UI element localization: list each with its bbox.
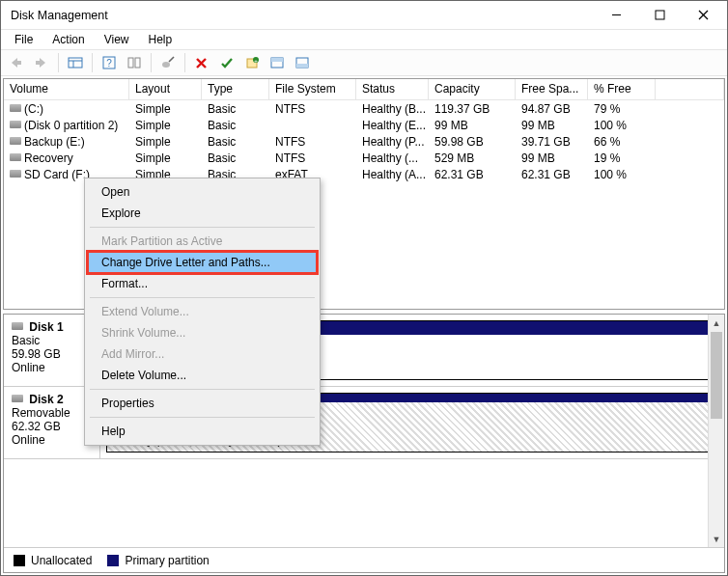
close-button[interactable]: [682, 2, 725, 29]
svg-rect-13: [128, 58, 133, 68]
svg-line-16: [169, 57, 174, 62]
svg-rect-5: [17, 61, 21, 65]
volume-icon: [10, 104, 21, 112]
volume-name: SD Card (F:): [24, 168, 90, 181]
svg-rect-23: [271, 58, 283, 62]
toolbar: ? +: [1, 49, 727, 76]
scroll-down-icon[interactable]: ▼: [709, 531, 724, 547]
help-button[interactable]: ?: [98, 51, 121, 74]
cell-capacity: 99 MB: [429, 119, 516, 132]
cell-status: Healthy (A...: [356, 168, 429, 181]
volume-row[interactable]: Backup (E:) Simple Basic NTFS Healthy (P…: [4, 133, 724, 150]
col-volume[interactable]: Volume: [4, 79, 129, 99]
separator: [184, 53, 185, 72]
volume-name: (C:): [24, 102, 43, 116]
disk-name: Disk 2: [29, 393, 63, 406]
svg-text:+: +: [254, 58, 258, 64]
volume-list-header: Volume Layout Type File System Status Ca…: [4, 79, 724, 100]
new-simple-volume-button[interactable]: +: [240, 51, 264, 74]
svg-rect-25: [296, 64, 308, 68]
svg-marker-6: [40, 58, 45, 68]
col-type[interactable]: Type: [202, 79, 269, 99]
ctx-delete[interactable]: Delete Volume...: [88, 365, 317, 386]
back-button[interactable]: [5, 51, 28, 74]
context-menu: Open Explore Mark Partition as Active Ch…: [84, 178, 321, 446]
col-freespace[interactable]: Free Spa...: [516, 79, 588, 99]
cell-capacity: 529 MB: [429, 151, 516, 165]
volume-icon: [10, 153, 21, 161]
cell-pctfree: 19 %: [588, 151, 656, 165]
cell-type: Basic: [202, 119, 269, 132]
cell-status: Healthy (B...: [356, 102, 429, 116]
cell-layout: Simple: [129, 135, 202, 149]
ctx-mirror: Add Mirror...: [88, 343, 317, 365]
disk-icon: [12, 395, 23, 402]
disk-type: Basic: [12, 334, 40, 347]
svg-point-15: [162, 62, 170, 68]
cell-fs: NTFS: [269, 151, 356, 165]
cell-freespace: 94.87 GB: [516, 102, 588, 116]
col-status[interactable]: Status: [356, 79, 429, 99]
volume-row[interactable]: Recovery Simple Basic NTFS Healthy (... …: [4, 150, 724, 166]
volume-name: Backup (E:): [24, 135, 85, 149]
volume-row[interactable]: (Disk 0 partition 2) Simple Basic Health…: [4, 117, 724, 133]
cell-type: Basic: [202, 102, 269, 116]
ctx-format[interactable]: Format...: [88, 273, 317, 294]
legend-label: Unallocated: [31, 554, 92, 567]
swatch-unallocated: [14, 555, 25, 566]
menu-file[interactable]: File: [7, 31, 41, 48]
ctx-open[interactable]: Open: [88, 181, 317, 203]
col-filesystem[interactable]: File System: [269, 79, 356, 99]
swatch-primary: [107, 555, 119, 566]
maximize-button[interactable]: [638, 2, 682, 29]
ctx-explore[interactable]: Explore: [88, 203, 317, 224]
disk-size: 59.98 GB: [12, 347, 61, 361]
cell-capacity: 119.37 GB: [429, 102, 516, 116]
cell-layout: Simple: [129, 151, 202, 165]
disk-state: Online: [12, 361, 45, 374]
volume-row[interactable]: (C:) Simple Basic NTFS Healthy (B... 119…: [4, 100, 724, 117]
col-pctfree[interactable]: % Free: [588, 79, 656, 99]
ctx-change-drive-letter[interactable]: Change Drive Letter and Paths...: [88, 252, 317, 273]
rescan-button[interactable]: [156, 51, 180, 74]
menu-action[interactable]: Action: [44, 31, 92, 48]
panel-top-button[interactable]: [266, 51, 289, 74]
volume-icon: [10, 121, 21, 128]
col-spacer: [656, 79, 724, 99]
panel-bottom-button[interactable]: [291, 51, 314, 74]
vertical-scrollbar[interactable]: ▲ ▼: [708, 315, 724, 547]
check-button[interactable]: [215, 51, 238, 74]
scroll-thumb[interactable]: [711, 332, 722, 419]
col-layout[interactable]: Layout: [129, 79, 202, 99]
window-title: Disk Management: [11, 9, 595, 22]
show-hide-tree-button[interactable]: [64, 51, 87, 74]
settings-button[interactable]: [123, 51, 146, 74]
disk-management-window: Disk Management File Action View Help ? …: [0, 0, 728, 576]
col-capacity[interactable]: Capacity: [429, 79, 516, 99]
disk-size: 62.32 GB: [12, 420, 61, 433]
ctx-properties[interactable]: Properties: [88, 393, 317, 414]
ctx-help[interactable]: Help: [88, 421, 317, 442]
disk-icon: [12, 322, 23, 330]
menu-help[interactable]: Help: [141, 31, 181, 48]
minimize-button[interactable]: [595, 2, 638, 29]
svg-rect-1: [656, 11, 664, 19]
delete-button[interactable]: [190, 51, 213, 74]
separator: [90, 417, 315, 418]
separator: [58, 53, 59, 72]
ctx-shrink: Shrink Volume...: [88, 322, 317, 343]
forward-button[interactable]: [30, 51, 53, 74]
svg-rect-14: [135, 58, 140, 68]
separator: [92, 53, 93, 72]
volume-icon: [10, 137, 21, 145]
cell-pctfree: 79 %: [588, 102, 656, 116]
disk-type: Removable: [12, 406, 70, 420]
cell-layout: Simple: [129, 119, 202, 132]
scroll-up-icon[interactable]: ▲: [709, 315, 724, 331]
menu-view[interactable]: View: [97, 31, 137, 48]
cell-layout: Simple: [129, 102, 202, 116]
svg-text:?: ?: [106, 58, 112, 69]
ctx-mark-active: Mark Partition as Active: [88, 231, 317, 252]
ctx-extend: Extend Volume...: [88, 301, 317, 322]
disk-state: Online: [12, 433, 45, 447]
